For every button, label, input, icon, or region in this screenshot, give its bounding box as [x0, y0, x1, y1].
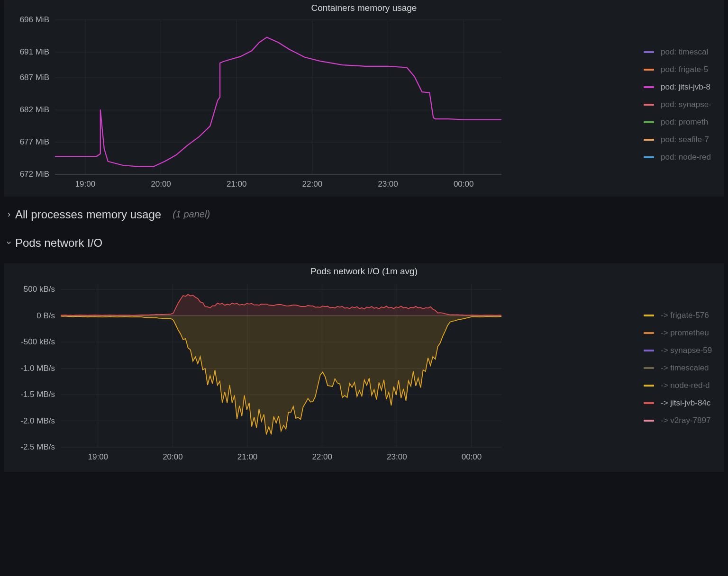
svg-text:23:00: 23:00 — [378, 180, 398, 189]
svg-text:-1.0 MB/s: -1.0 MB/s — [20, 364, 55, 373]
legend-label: pod: jitsi-jvb-8 — [661, 82, 710, 92]
legend-item[interactable]: -> timescaled — [644, 363, 724, 373]
legend-swatch — [644, 139, 654, 141]
legend-item[interactable]: pod: frigate-5 — [644, 65, 724, 74]
panel-containers-memory: Containers memory usage 696 MiB691 MiB68… — [4, 0, 724, 197]
legend-memory: pod: timescalpod: frigate-5pod: jitsi-jv… — [644, 47, 724, 162]
panel-pods-network-io: Pods network I/O (1m avg) 500 kB/s0 B/s-… — [4, 263, 724, 472]
legend-label: -> node-red-d — [661, 381, 710, 390]
svg-text:682 MiB: 682 MiB — [20, 105, 49, 114]
svg-text:691 MiB: 691 MiB — [20, 47, 49, 56]
legend-label: pod: prometh — [661, 117, 708, 127]
legend-swatch — [644, 367, 654, 369]
legend-label: -> jitsi-jvb-84c — [661, 398, 710, 408]
legend-label: pod: node-red — [661, 153, 711, 162]
legend-label: pod: frigate-5 — [661, 65, 708, 74]
svg-text:-500 kB/s: -500 kB/s — [21, 337, 55, 346]
legend-item[interactable]: pod: prometh — [644, 117, 724, 127]
chevron-right-icon: › — [8, 209, 10, 219]
legend-swatch — [644, 104, 654, 106]
chevron-down-icon: › — [4, 242, 14, 244]
legend-label: -> synapse-59 — [661, 346, 712, 355]
svg-text:22:00: 22:00 — [302, 180, 323, 189]
legend-item[interactable]: pod: seafile-7 — [644, 135, 724, 144]
legend-label: -> timescaled — [661, 363, 709, 373]
legend-swatch — [644, 315, 654, 316]
panel-title: Pods network I/O (1m avg) — [4, 266, 724, 277]
legend-item[interactable]: -> prometheu — [644, 328, 724, 338]
legend-label: pod: synapse- — [661, 100, 711, 109]
legend-item[interactable]: pod: synapse- — [644, 100, 724, 109]
svg-text:672 MiB: 672 MiB — [20, 170, 49, 179]
legend-swatch — [644, 385, 654, 387]
svg-text:19:00: 19:00 — [75, 180, 96, 189]
chart-memory[interactable]: 696 MiB691 MiB687 MiB682 MiB677 MiB672 M… — [4, 14, 506, 194]
svg-text:22:00: 22:00 — [312, 452, 332, 461]
legend-swatch — [644, 69, 654, 71]
legend-label: -> v2ray-7897 — [661, 416, 710, 425]
svg-text:-2.0 MB/s: -2.0 MB/s — [20, 416, 55, 425]
legend-label: pod: seafile-7 — [661, 135, 709, 144]
svg-text:23:00: 23:00 — [387, 452, 407, 461]
chart-network[interactable]: 500 kB/s0 B/s-500 kB/s-1.0 MB/s-1.5 MB/s… — [4, 278, 506, 467]
legend-label: pod: timescal — [661, 47, 708, 57]
svg-text:677 MiB: 677 MiB — [20, 137, 49, 146]
row-title: Pods network I/O — [15, 236, 102, 250]
panel-title: Containers memory usage — [4, 3, 724, 13]
svg-text:20:00: 20:00 — [151, 180, 171, 189]
legend-item[interactable]: -> jitsi-jvb-84c — [644, 398, 724, 408]
legend-swatch — [644, 332, 654, 334]
svg-text:696 MiB: 696 MiB — [20, 15, 49, 24]
legend-item[interactable]: -> frigate-576 — [644, 311, 724, 320]
legend-swatch — [644, 121, 654, 123]
legend-item[interactable]: pod: node-red — [644, 153, 724, 162]
legend-item[interactable]: pod: timescal — [644, 47, 724, 57]
legend-item[interactable]: -> synapse-59 — [644, 346, 724, 355]
svg-text:21:00: 21:00 — [237, 452, 258, 461]
legend-item[interactable]: -> v2ray-7897 — [644, 416, 724, 425]
row-pods-network-io[interactable]: › Pods network I/O — [4, 230, 728, 256]
svg-text:19:00: 19:00 — [88, 452, 109, 461]
legend-swatch — [644, 156, 654, 158]
legend-swatch — [644, 350, 654, 351]
legend-item[interactable]: -> node-red-d — [644, 381, 724, 390]
svg-text:20:00: 20:00 — [163, 452, 183, 461]
legend-network: -> frigate-576-> prometheu-> synapse-59-… — [644, 311, 724, 425]
row-title: All processes memory usage — [15, 208, 161, 221]
svg-text:00:00: 00:00 — [462, 452, 482, 461]
legend-swatch — [644, 402, 654, 404]
row-all-processes-memory[interactable]: › All processes memory usage (1 panel) — [4, 201, 728, 227]
svg-text:-2.5 MB/s: -2.5 MB/s — [20, 442, 55, 451]
legend-label: -> prometheu — [661, 328, 709, 338]
svg-text:687 MiB: 687 MiB — [20, 73, 49, 82]
svg-text:00:00: 00:00 — [454, 180, 474, 189]
legend-swatch — [644, 86, 654, 88]
svg-text:0 B/s: 0 B/s — [36, 311, 55, 320]
row-subtitle: (1 panel) — [173, 209, 210, 220]
legend-label: -> frigate-576 — [661, 311, 709, 320]
legend-swatch — [644, 420, 654, 422]
svg-text:-1.5 MB/s: -1.5 MB/s — [20, 390, 55, 399]
svg-text:21:00: 21:00 — [227, 180, 247, 189]
legend-item[interactable]: pod: jitsi-jvb-8 — [644, 82, 724, 92]
legend-swatch — [644, 51, 654, 53]
svg-text:500 kB/s: 500 kB/s — [24, 285, 55, 294]
